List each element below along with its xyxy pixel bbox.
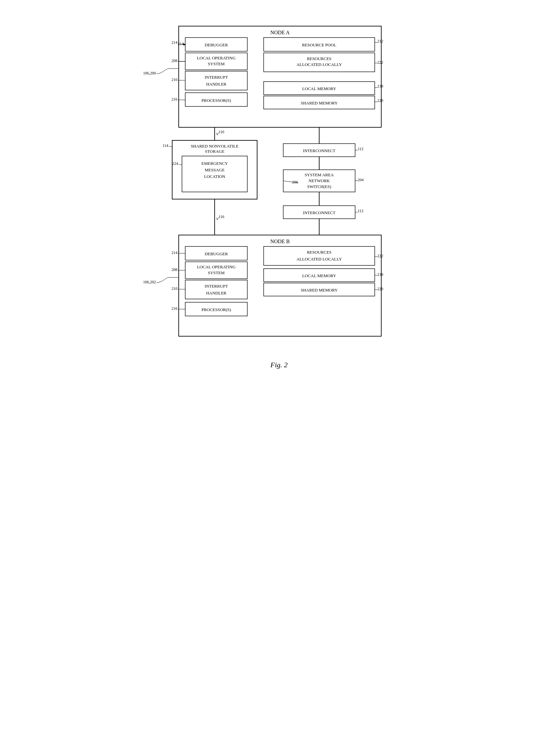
san-label1: SYSTEM AREA xyxy=(304,172,334,177)
node-a-ih-label1: INTERRUPT xyxy=(204,75,228,80)
node-b-debugger-label: DEBUGGER xyxy=(205,251,228,256)
node-b-proc-label: PROCESSOR(S) xyxy=(202,307,231,312)
ref-216b-label: 216 xyxy=(172,306,177,311)
node-b-ih-label1: INTERRUPT xyxy=(204,284,228,289)
ref-114-path xyxy=(169,146,172,147)
interconnect2-label: INTERCONNECT xyxy=(303,210,335,215)
node-b-ih-label2: HANDLER xyxy=(206,291,226,295)
ref-106-202-label: 106,202 xyxy=(143,280,156,284)
ref-220b-label: 220 xyxy=(377,287,383,291)
node-a-debugger-ref: 214 xyxy=(178,42,184,46)
ref-112a-label: 112 xyxy=(358,146,364,151)
main-diagram: NODE A DEBUGGER 214 214 LOCAL OPERATING … xyxy=(140,16,418,382)
ref-106-200-path xyxy=(156,69,179,74)
node-a-los-label2: SYSTEM xyxy=(208,61,225,66)
storage-title2: STORAGE xyxy=(205,149,224,154)
node-a-ral-label1: RESOURCES xyxy=(307,56,331,61)
node-b-ral-label2: ALLOCATED LOCALLY xyxy=(296,256,342,262)
node-a-ih-label2: HANDLER xyxy=(206,82,226,86)
eml-label3: LOCATION xyxy=(204,174,226,179)
ref-218b-label: 218 xyxy=(377,272,383,277)
ref-222b-label: 222 xyxy=(377,254,383,258)
node-b-title: NODE B xyxy=(270,239,289,244)
node-b-ral-box xyxy=(264,246,375,265)
node-b-los-label2: SYSTEM xyxy=(208,270,225,275)
diagram: NODE A DEBUGGER 214 214 LOCAL OPERATING … xyxy=(149,16,409,382)
ref-106-200-label: 106,200 xyxy=(143,71,156,75)
node-b-lm-label: LOCAL MEMORY xyxy=(302,273,336,278)
ref-224-label: 224 xyxy=(172,161,178,166)
ref-116-top-label: 116 xyxy=(219,130,224,134)
node-b-sm-label: SHARED MEMORY xyxy=(301,288,338,293)
ref-224-path xyxy=(179,164,182,165)
node-a-lm-label: LOCAL MEMORY xyxy=(302,86,336,91)
ref-106-202-path xyxy=(156,277,179,283)
node-b-ral-label1: RESOURCES xyxy=(307,250,331,254)
ref-214-label: 214 xyxy=(172,40,177,45)
san-label3: SWITCH(ES) xyxy=(307,184,331,189)
fig-caption: Fig. 2 xyxy=(270,361,288,369)
ref-116-bottom-label: 116 xyxy=(219,214,224,219)
ref-218a-label: 218 xyxy=(377,84,383,88)
ref-114-label: 114 xyxy=(162,143,168,148)
eml-label1: EMERGENCY xyxy=(202,161,228,166)
node-a-rp-label: RESOURCE POOL xyxy=(302,43,336,47)
ref-216a-label: 216 xyxy=(172,97,177,102)
ref-212-label: 212 xyxy=(377,39,383,44)
node-a-sm-label: SHARED MEMORY xyxy=(301,101,338,105)
ref-112b-label: 112 xyxy=(358,209,364,213)
ref-214b-label: 214 xyxy=(172,250,177,255)
storage-title1: SHARED NONVOLATILE xyxy=(191,144,238,148)
ref-210b-label: 210 xyxy=(172,286,177,291)
ref-208-label: 208 xyxy=(172,58,177,63)
ref-208b-label: 208 xyxy=(172,267,177,272)
node-a-ih-box xyxy=(185,71,247,90)
ref-204-label: 204 xyxy=(358,178,364,182)
page: NODE A DEBUGGER 214 214 LOCAL OPERATING … xyxy=(140,6,418,392)
eml-label2: MESSAGE xyxy=(205,167,225,172)
node-a-los-label1: LOCAL OPERATING xyxy=(197,55,235,60)
node-a-ral-label2: ALLOCATED LOCALLY xyxy=(296,62,342,67)
ref-220a-label: 220 xyxy=(377,98,383,103)
ref-210-label: 210 xyxy=(172,77,177,82)
ref-222a-label: 222 xyxy=(377,60,383,65)
node-a-proc-label: PROCESSOR(S) xyxy=(202,98,231,103)
node-b-ih-box xyxy=(185,280,247,299)
node-a-debugger-label: DEBUGGER xyxy=(205,43,228,47)
node-b-los-label1: LOCAL OPERATING xyxy=(197,264,235,269)
interconnect1-label: INTERCONNECT xyxy=(303,148,335,153)
node-a-title: NODE A xyxy=(270,30,290,35)
san-label2: NETWORK xyxy=(309,178,330,183)
